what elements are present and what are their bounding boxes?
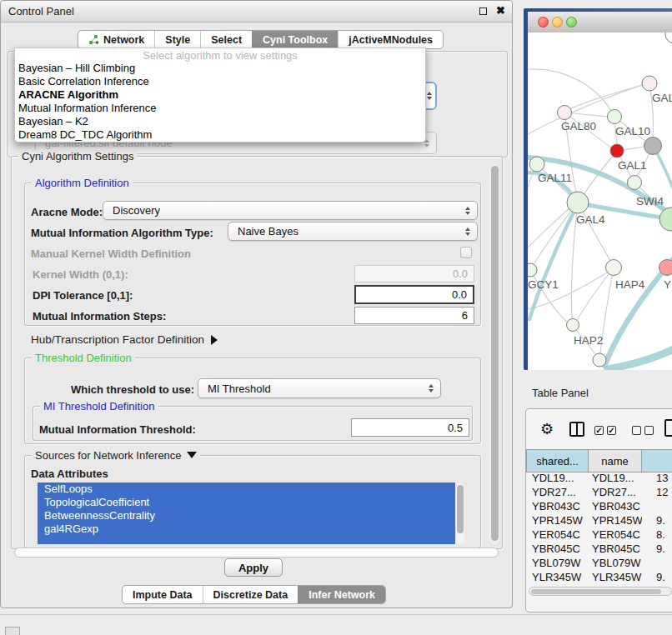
- node-gal11[interactable]: [529, 157, 544, 172]
- close-traffic-light[interactable]: [538, 17, 549, 28]
- algorithm-option-dream8-dc-tdc-algorithm[interactable]: Dream8 DC_TDC Algorithm: [15, 128, 425, 142]
- columns-icon[interactable]: [569, 422, 584, 437]
- node-gcy1[interactable]: [528, 263, 537, 277]
- column-header-clipped[interactable]: [642, 450, 672, 472]
- hub-expander-label: Hub/Transcription Factor Definition: [31, 333, 204, 346]
- apply-button[interactable]: Apply: [224, 558, 283, 577]
- table-cell: 12: [642, 485, 668, 499]
- dpi-tolerance-value: 0.0: [452, 288, 467, 301]
- mi-type-combo[interactable]: Naive Bayes: [228, 222, 478, 241]
- table-panel: ⚙ ✓ ✓ shared... name YDL19...YDL19...13Y…: [525, 408, 672, 612]
- network-edge[interactable]: [577, 268, 614, 320]
- node-salmon[interactable]: [659, 260, 672, 276]
- select-all-checkbox-icon[interactable]: ✓: [594, 426, 604, 435]
- node-big-green[interactable]: [659, 208, 672, 231]
- tab-network[interactable]: Network: [78, 31, 154, 48]
- table-cell: YPR145W: [526, 513, 587, 528]
- cyni-settings-legend: Cyni Algorithm Settings: [18, 150, 137, 162]
- new-table-icon[interactable]: [664, 419, 672, 437]
- mi-steps-input[interactable]: 6: [354, 307, 474, 324]
- tab-label: Discretize Data: [213, 589, 288, 601]
- tab-label: Network: [103, 34, 144, 46]
- algorithm-option-basic-correlation-inference[interactable]: Basic Correlation Inference: [15, 75, 425, 88]
- tab-impute-data[interactable]: Impute Data: [123, 586, 203, 603]
- node-hap4[interactable]: [606, 260, 622, 276]
- node-gal-upper[interactable]: [642, 76, 657, 91]
- data-attributes-list[interactable]: SelfLoopsTopologicalCoefficientBetweenne…: [38, 482, 455, 544]
- close-icon[interactable]: ✖: [496, 4, 505, 17]
- tab-discretize-data[interactable]: Discretize Data: [203, 586, 298, 603]
- attribute-item-betweennesscentrality[interactable]: BetweennessCentrality: [38, 509, 455, 522]
- algorithm-option-mutual-information-inference[interactable]: Mutual Information Inference: [15, 102, 425, 115]
- table-row[interactable]: YPR145WYPR145W9.: [526, 513, 672, 528]
- attributes-vertical-scrollbar[interactable]: [456, 483, 464, 543]
- network-edge[interactable]: [534, 202, 578, 265]
- column-header-name[interactable]: name: [589, 450, 642, 472]
- table-row[interactable]: YLR345WYLR345W9.: [526, 570, 672, 584]
- node-bottom-partial[interactable]: [593, 353, 606, 367]
- table-cell: 9.: [642, 570, 665, 584]
- float-panel-icon[interactable]: [479, 8, 487, 15]
- algorithm-option-bayesian-hill-climbing[interactable]: Bayesian – Hill Climbing: [15, 62, 425, 75]
- minimize-traffic-light[interactable]: [552, 17, 563, 28]
- table-row[interactable]: YDR27...YDR27...12: [526, 485, 672, 499]
- settings-vertical-scrollbar[interactable]: [489, 164, 499, 544]
- attribute-item-topologicalcoefficient[interactable]: TopologicalCoefficient: [38, 496, 455, 509]
- network-edge-highlighted[interactable]: [608, 341, 672, 369]
- kernel-width-input[interactable]: 0.0: [354, 265, 474, 282]
- manual-kernel-label: Manual Kernel Width Definition: [31, 248, 191, 260]
- node-top-partial[interactable]: [665, 32, 672, 43]
- table-row[interactable]: YBL079WYBL079W: [526, 556, 672, 570]
- attribute-item-gal4rgexp[interactable]: gal4RGexp: [38, 522, 455, 536]
- sources-legend[interactable]: Sources for Network Inference: [32, 449, 200, 462]
- deselect-checkbox-icon[interactable]: [632, 426, 641, 435]
- zoom-traffic-light[interactable]: [566, 17, 577, 28]
- network-edge[interactable]: [624, 147, 644, 150]
- aracne-mode-combo[interactable]: Discovery: [103, 201, 478, 220]
- algorithm-option-list: Bayesian – Hill ClimbingBasic Correlatio…: [15, 62, 425, 142]
- table-row[interactable]: YER054CYER054C8.: [526, 528, 672, 542]
- network-canvas[interactable]: GALGAL80GAL10GAL1SWI4GAL11GAL4GCY1HAP4YH…: [528, 32, 672, 370]
- hub-expander[interactable]: Hub/Transcription Factor Definition: [31, 333, 218, 346]
- tab-label: jActiveMNodules: [349, 34, 433, 46]
- tab-jactivemnodules[interactable]: jActiveMNodules: [338, 31, 443, 48]
- node-hap2[interactable]: [567, 319, 579, 332]
- table-horizontal-scrollbar[interactable]: [529, 587, 672, 596]
- mi-threshold-value: 0.5: [448, 422, 463, 434]
- manual-kernel-checkbox[interactable]: [460, 247, 472, 258]
- control-panel-titlebar[interactable]: Control Panel ✖: [1, 1, 512, 22]
- select-all-checkbox-icon-2[interactable]: ✓: [607, 426, 616, 435]
- attribute-item-selfloops[interactable]: SelfLoops: [38, 482, 455, 496]
- tab-cyni-toolbox[interactable]: Cyni Toolbox: [252, 31, 338, 48]
- column-header-shared[interactable]: shared...: [526, 450, 589, 472]
- gear-icon[interactable]: ⚙: [540, 420, 554, 438]
- node-selected-red[interactable]: [610, 144, 624, 158]
- control-panel-tabbar: NetworkStyleSelectCyni ToolboxjActiveMNo…: [78, 30, 444, 49]
- apply-button-label: Apply: [238, 562, 268, 574]
- node-gal80[interactable]: [558, 106, 572, 120]
- attribute-item-partial[interactable]: [38, 536, 455, 544]
- settings-horizontal-scrollbar[interactable]: [14, 548, 499, 558]
- which-threshold-combo[interactable]: MI Threshold: [198, 378, 441, 398]
- node-swi4[interactable]: [628, 176, 642, 190]
- algorithm-option-aracne-algorithm[interactable]: ARACNE Algorithm: [15, 88, 425, 102]
- table-row[interactable]: YDL19...YDL19...13: [526, 471, 672, 485]
- network-edge-highlighted[interactable]: [529, 204, 578, 319]
- tab-infer-network[interactable]: Infer Network: [298, 586, 385, 603]
- deselect-checkbox-icon-2[interactable]: [644, 426, 654, 435]
- node-gal10[interactable]: [608, 110, 622, 124]
- node-gal4[interactable]: [567, 192, 589, 213]
- algorithm-option-bayesian-k2[interactable]: Bayesian – K2: [15, 115, 425, 128]
- table-row[interactable]: YBR043CYBR043C: [526, 499, 672, 513]
- mi-threshold-input[interactable]: 0.5: [351, 418, 469, 437]
- tab-select[interactable]: Select: [200, 31, 252, 48]
- table-row[interactable]: YBR045CYBR045C9.: [526, 542, 672, 556]
- dpi-tolerance-input[interactable]: 0.0: [354, 285, 474, 304]
- network-window-titlebar[interactable]: [528, 12, 672, 33]
- node-label-gal1: GAL1: [618, 159, 647, 172]
- node-gray[interactable]: [644, 138, 662, 155]
- tab-style[interactable]: Style: [154, 31, 200, 48]
- minimized-panel-icon[interactable]: [5, 627, 20, 635]
- node-label-swi4: SWI4: [636, 195, 664, 208]
- bottom-divider: [0, 614, 672, 615]
